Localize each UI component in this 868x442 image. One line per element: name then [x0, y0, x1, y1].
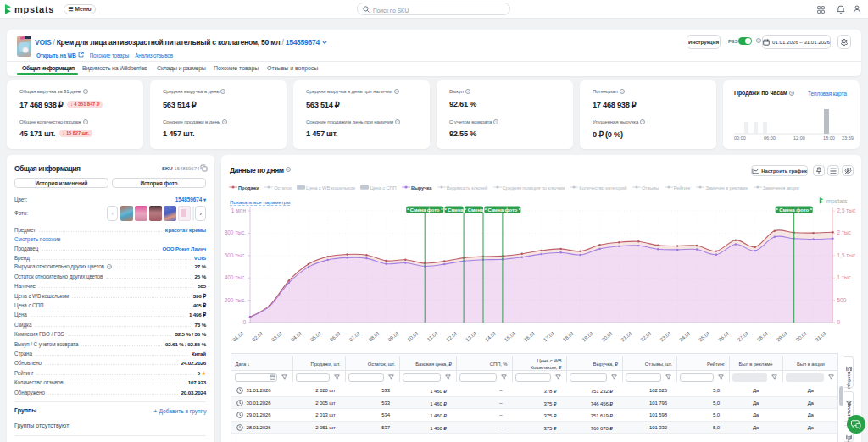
svg-text:* Смена: * Смена — [465, 207, 484, 213]
svg-text:* Смена фото *: * Смена фото * — [407, 207, 443, 213]
svg-text:400 тыс.: 400 тыс. — [225, 274, 247, 280]
svg-text:13.01: 13.01 — [465, 330, 478, 343]
svg-text:21.01: 21.01 — [620, 330, 634, 343]
svg-text:07.01: 07.01 — [348, 330, 362, 343]
svg-text:16.01: 16.01 — [523, 330, 537, 343]
svg-text:600 тыс.: 600 тыс. — [225, 252, 247, 258]
svg-text:1 млн: 1 млн — [231, 207, 247, 213]
svg-text:02.01: 02.01 — [251, 330, 264, 343]
svg-text:* Смена фото *: * Смена фото * — [776, 207, 812, 213]
svg-text:18.01: 18.01 — [562, 330, 576, 343]
svg-text:05.01: 05.01 — [309, 330, 323, 343]
svg-text:1,5 тыс: 1,5 тыс — [837, 252, 856, 258]
svg-text:29.01: 29.01 — [776, 330, 789, 343]
svg-text:30.01: 30.01 — [795, 330, 809, 343]
svg-text:* Смена фото *: * Смена фото * — [485, 207, 521, 213]
svg-text:06.01: 06.01 — [329, 330, 342, 343]
svg-text:2 тыс: 2 тыс — [837, 229, 852, 235]
svg-text:19.01: 19.01 — [581, 330, 595, 343]
svg-text:27.01: 27.01 — [737, 330, 750, 343]
svg-text:03.01: 03.01 — [270, 330, 284, 343]
svg-text:26.01: 26.01 — [717, 330, 731, 343]
svg-text:20.01: 20.01 — [601, 330, 615, 343]
svg-text:04.01: 04.01 — [290, 330, 303, 343]
svg-text:0: 0 — [837, 319, 841, 325]
svg-text:0: 0 — [242, 319, 246, 325]
svg-text:23.01: 23.01 — [659, 330, 672, 343]
svg-text:800 тыс.: 800 тыс. — [225, 229, 247, 235]
svg-text:24.01: 24.01 — [678, 330, 692, 343]
svg-text:2,5 тыс: 2,5 тыс — [837, 207, 856, 213]
svg-text:200 тыс.: 200 тыс. — [225, 297, 247, 303]
svg-text:500: 500 — [837, 297, 847, 303]
svg-text:08.01: 08.01 — [368, 330, 381, 343]
svg-text:25.01: 25.01 — [698, 330, 711, 343]
svg-text:31.01: 31.01 — [815, 330, 828, 343]
svg-text:15.01: 15.01 — [504, 330, 517, 343]
svg-text:14.01: 14.01 — [484, 330, 498, 343]
svg-text:12.01: 12.01 — [445, 330, 459, 343]
svg-text:09.01: 09.01 — [387, 330, 401, 343]
svg-text:10.01: 10.01 — [406, 330, 420, 343]
svg-text:1 тыс: 1 тыс — [837, 274, 852, 280]
svg-text:11.01: 11.01 — [426, 330, 440, 342]
svg-text:01.01: 01.01 — [231, 330, 245, 343]
svg-text:28.01: 28.01 — [756, 330, 770, 343]
svg-text:* Смена: * Смена — [444, 207, 464, 213]
svg-text:17.01: 17.01 — [542, 330, 556, 343]
svg-text:22.01: 22.01 — [639, 330, 653, 343]
